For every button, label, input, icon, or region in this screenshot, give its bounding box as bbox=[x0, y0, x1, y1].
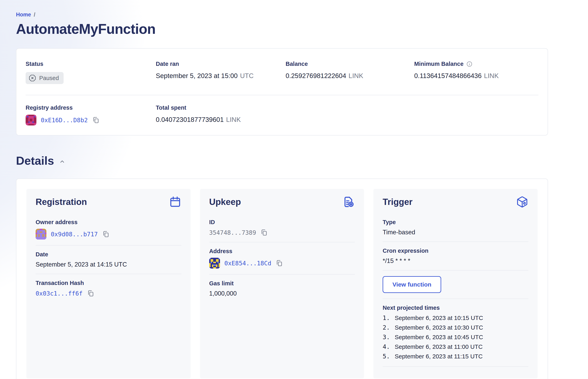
breadcrumb: Home / bbox=[16, 12, 548, 18]
upkeep-id-section: ID 354748...7389 bbox=[209, 213, 355, 242]
registration-card: Registration Owner address bbox=[26, 189, 191, 379]
list-item: 2. September 6, 2023 at 10:30 UTC bbox=[383, 324, 528, 331]
document-search-icon bbox=[342, 196, 355, 209]
transaction-hash-section: Transaction Hash 0x03c1...ff6f bbox=[36, 274, 181, 303]
copy-icon[interactable] bbox=[276, 259, 283, 267]
registry-address-label: Registry address bbox=[26, 104, 73, 111]
list-item-index: 1. bbox=[383, 315, 390, 321]
upkeep-id-label: ID bbox=[209, 219, 355, 225]
details-heading: Details bbox=[16, 154, 548, 167]
min-balance-token: LINK bbox=[484, 72, 498, 80]
details-cards-row: Registration Owner address bbox=[26, 189, 538, 379]
balance-field: Balance 0.259276981222604 LINK bbox=[286, 61, 414, 84]
date-ran-value: September 5, 2023 at 15:00 bbox=[156, 72, 238, 80]
upkeep-address-section: Address bbox=[209, 242, 355, 274]
list-item-text: September 6, 2023 at 11:15 UTC bbox=[395, 353, 482, 360]
owner-address-label: Owner address bbox=[36, 219, 181, 225]
list-item: 3. September 6, 2023 at 10:45 UTC bbox=[383, 334, 528, 340]
list-item-text: September 6, 2023 at 10:30 UTC bbox=[395, 324, 483, 331]
registration-date-section: Date September 5, 2023 at 14:15 UTC bbox=[36, 245, 181, 274]
calendar-icon bbox=[169, 196, 181, 209]
list-item: 5. September 6, 2023 at 11:15 UTC bbox=[383, 353, 528, 360]
view-function-button[interactable]: View function bbox=[383, 276, 441, 293]
date-ran-timezone: UTC bbox=[240, 72, 254, 80]
registry-address-link[interactable]: 0xE16D...D8b2 bbox=[41, 117, 88, 124]
status-label: Status bbox=[26, 61, 43, 67]
registry-address-field: Registry address bbox=[26, 104, 156, 126]
octagon-x-icon bbox=[29, 74, 36, 82]
list-item-text: September 6, 2023 at 11:00 UTC bbox=[395, 344, 482, 350]
chevron-up-icon[interactable] bbox=[59, 159, 65, 165]
registration-date-label: Date bbox=[36, 251, 181, 258]
list-item: 1. September 6, 2023 at 10:15 UTC bbox=[383, 315, 528, 321]
list-item-text: September 6, 2023 at 10:45 UTC bbox=[395, 334, 483, 340]
gas-limit-section: Gas limit 1,000,000 bbox=[209, 274, 355, 303]
breadcrumb-home-link[interactable]: Home bbox=[16, 12, 31, 18]
breadcrumb-separator: / bbox=[34, 12, 35, 18]
details-title: Details bbox=[16, 154, 54, 167]
upkeep-id-value: 354748...7389 bbox=[209, 229, 256, 236]
cron-expression-label: Cron expression bbox=[383, 248, 528, 254]
cron-expression-section: Cron expression */15 * * * * bbox=[383, 241, 528, 270]
total-spent-value: 0.04072301877739601 bbox=[156, 116, 224, 124]
cube-icon bbox=[516, 196, 528, 209]
copy-icon[interactable] bbox=[260, 229, 268, 236]
trigger-type-value: Time-based bbox=[383, 229, 528, 236]
info-icon[interactable] bbox=[467, 61, 472, 67]
list-item-index: 3. bbox=[383, 334, 390, 340]
trigger-type-section: Type Time-based bbox=[383, 213, 528, 241]
upkeep-address-label: Address bbox=[209, 248, 355, 254]
next-projected-times-section: Next projected times 1. September 6, 202… bbox=[383, 299, 528, 372]
registration-date-value: September 5, 2023 at 14:15 UTC bbox=[36, 261, 181, 268]
status-badge-label: Paused bbox=[39, 75, 59, 81]
min-balance-field: Minimum Balance 0.11364157484866436 LINK bbox=[414, 61, 538, 84]
min-balance-label: Minimum Balance bbox=[414, 61, 464, 67]
list-item-index: 4. bbox=[383, 344, 390, 350]
total-spent-field: Total spent 0.04072301877739601 LINK bbox=[156, 104, 286, 126]
balance-token: LINK bbox=[349, 72, 363, 80]
transaction-hash-label: Transaction Hash bbox=[36, 280, 181, 286]
copy-icon[interactable] bbox=[87, 290, 94, 297]
list-item: 4. September 6, 2023 at 11:00 UTC bbox=[383, 344, 528, 350]
main-content: Home / AutomateMyFunction Status bbox=[0, 0, 588, 379]
upkeep-title: Upkeep bbox=[209, 196, 241, 207]
list-item-index: 5. bbox=[383, 353, 390, 360]
gas-limit-value: 1,000,000 bbox=[209, 290, 355, 297]
owner-address-link[interactable]: 0x9d08...b717 bbox=[51, 231, 98, 238]
total-spent-label: Total spent bbox=[156, 104, 186, 111]
upkeep-identicon bbox=[209, 258, 220, 268]
copy-icon[interactable] bbox=[92, 116, 99, 124]
registration-title: Registration bbox=[36, 196, 87, 207]
gas-limit-label: Gas limit bbox=[209, 280, 355, 287]
date-ran-label: Date ran bbox=[156, 61, 179, 67]
upkeep-address-link[interactable]: 0xE854...18Cd bbox=[224, 260, 271, 267]
summary-divider bbox=[26, 95, 538, 95]
trigger-bottom-divider bbox=[383, 366, 528, 367]
trigger-type-label: Type bbox=[383, 219, 528, 225]
min-balance-value: 0.11364157484866436 bbox=[414, 72, 482, 80]
status-badge: Paused bbox=[26, 72, 64, 84]
next-projected-times-list: 1. September 6, 2023 at 10:15 UTC 2. Sep… bbox=[383, 315, 528, 360]
balance-value: 0.259276981222604 bbox=[286, 72, 346, 80]
date-ran-field: Date ran September 5, 2023 at 15:00 UTC bbox=[156, 61, 286, 84]
trigger-title: Trigger bbox=[383, 196, 412, 207]
summary-card: Status Paused Date ran bbox=[16, 48, 548, 135]
summary-row-1: Status Paused Date ran bbox=[26, 61, 538, 84]
next-projected-times-label: Next projected times bbox=[383, 305, 528, 311]
balance-label: Balance bbox=[286, 61, 308, 67]
list-item-index: 2. bbox=[383, 324, 390, 331]
status-field: Status Paused bbox=[26, 61, 156, 84]
cron-expression-value: */15 * * * * bbox=[383, 257, 528, 265]
copy-icon[interactable] bbox=[102, 230, 109, 238]
transaction-hash-link[interactable]: 0x03c1...ff6f bbox=[36, 290, 83, 297]
summary-row-2: Registry address bbox=[26, 104, 538, 126]
details-card: Registration Owner address bbox=[16, 178, 548, 379]
owner-identicon bbox=[36, 229, 46, 239]
upkeep-detail-page: Home / AutomateMyFunction Status bbox=[0, 0, 588, 379]
trigger-card: Trigger Type Time-based bbox=[373, 189, 538, 379]
upkeep-card: Upkeep bbox=[200, 189, 364, 379]
view-function-section: View function bbox=[383, 270, 528, 299]
page-title: AutomateMyFunction bbox=[16, 21, 548, 37]
total-spent-token: LINK bbox=[226, 116, 241, 124]
list-item-text: September 6, 2023 at 10:15 UTC bbox=[395, 315, 483, 321]
